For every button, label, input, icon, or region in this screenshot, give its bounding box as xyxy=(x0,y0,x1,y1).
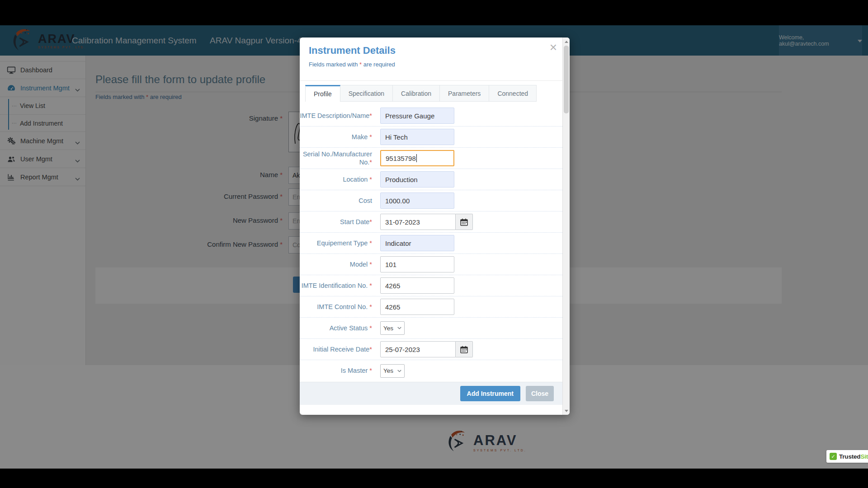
required-asterisk: * xyxy=(369,367,372,374)
field-row-imte-description-name: IMTE Description/Name*Pressure Gauge xyxy=(300,105,562,127)
scrollbar-thumb[interactable] xyxy=(564,46,569,113)
required-asterisk: * xyxy=(369,282,372,289)
field-row-cost: Cost1000.00 xyxy=(300,190,562,211)
tab-parameters[interactable]: Parameters xyxy=(440,85,489,102)
required-asterisk: * xyxy=(369,303,372,310)
modal-form: IMTE Description/Name*Pressure GaugeMake… xyxy=(300,105,562,381)
tab-connected[interactable]: Connected xyxy=(489,85,537,102)
make-input[interactable]: Hi Tech xyxy=(380,129,454,145)
field-row-active-status: Active Status *Yes xyxy=(300,318,562,339)
make-label: Make * xyxy=(300,133,372,141)
text-cursor xyxy=(416,154,417,162)
scroll-down-icon[interactable] xyxy=(563,407,570,414)
imte-control-no-label: IMTE Control No. * xyxy=(300,303,372,311)
modal-required-note: Fields marked with * are required xyxy=(309,61,395,68)
trustedsite-badge[interactable]: ✓ TrustedSite ® xyxy=(826,450,868,463)
site-text: Site xyxy=(860,453,868,460)
close-button[interactable]: Close xyxy=(526,386,554,401)
required-asterisk: * xyxy=(369,261,372,268)
chevron-down-icon xyxy=(397,327,401,329)
tab-profile[interactable]: Profile xyxy=(305,85,340,102)
required-asterisk: * xyxy=(369,218,372,225)
location-label: Location * xyxy=(300,175,372,183)
start-date-group: 31-07-2023 xyxy=(380,214,473,230)
required-asterisk: * xyxy=(369,176,372,183)
input-value: Production xyxy=(385,176,418,183)
select-value: Yes xyxy=(383,325,393,332)
required-asterisk: * xyxy=(369,324,372,332)
field-row-equipement-type: Equipement Type *Indicator xyxy=(300,233,562,254)
calendar-button[interactable] xyxy=(456,214,473,230)
field-row-imte-identification-no: IMTE Identification No. *4265 xyxy=(300,275,562,296)
required-asterisk: * xyxy=(359,61,362,68)
serial-no-manufacturer-no-input[interactable]: 95135798 xyxy=(380,150,454,166)
initial-receive-date-label: Initial Receive Date* xyxy=(300,345,372,353)
input-value: 1000.00 xyxy=(385,197,410,205)
equipement-type-label: Equipement Type * xyxy=(300,239,372,247)
screen: ARAV SYSTEMS PVT. LTD. Calibration Manag… xyxy=(0,0,868,488)
input-value: 4265 xyxy=(385,282,400,290)
modal-footer: Add Instrument Close xyxy=(300,382,562,405)
initial-receive-date-input[interactable]: 25-07-2023 xyxy=(380,341,456,357)
tab-calibration[interactable]: Calibration xyxy=(393,85,440,102)
select-value: Yes xyxy=(383,367,393,374)
location-input[interactable]: Production xyxy=(380,171,454,188)
cost-label: Cost xyxy=(300,197,372,205)
is-master-select[interactable]: Yes xyxy=(380,364,405,378)
start-date-label: Start Date* xyxy=(300,218,372,226)
field-row-imte-control-no: IMTE Control No. *4265 xyxy=(300,296,562,318)
initial-receive-date-group: 25-07-2023 xyxy=(380,341,473,357)
field-row-model: Model *101 xyxy=(300,254,562,275)
trusted-text: Trusted xyxy=(839,453,860,460)
field-row-make: Make *Hi Tech xyxy=(300,127,562,148)
model-label: Model * xyxy=(300,260,372,268)
tab-specification[interactable]: Specification xyxy=(340,85,393,102)
required-asterisk: * xyxy=(369,133,372,141)
modal-title: Instrument Details xyxy=(309,45,396,56)
start-date-input[interactable]: 31-07-2023 xyxy=(380,214,456,230)
model-input[interactable]: 101 xyxy=(380,256,454,272)
required-asterisk: * xyxy=(369,239,372,247)
is-master-label: Is Master * xyxy=(300,366,372,375)
input-value: 95135798 xyxy=(386,155,416,162)
input-value: Indicator xyxy=(385,239,411,247)
calendar-button[interactable] xyxy=(456,341,473,357)
field-row-is-master: Is Master *Yes xyxy=(300,360,562,381)
serial-no-manufacturer-no-label: Serial No./Manufacturer No.* xyxy=(300,150,372,166)
add-instrument-button[interactable]: Add Instrument xyxy=(460,386,520,401)
input-value: Hi Tech xyxy=(385,133,408,141)
instrument-details-modal: × Instrument Details Fields marked with … xyxy=(300,38,570,415)
imte-control-no-input[interactable]: 4265 xyxy=(380,299,454,315)
modal-close-icon[interactable]: × xyxy=(550,41,557,54)
modal-divider xyxy=(300,80,562,81)
cost-input[interactable]: 1000.00 xyxy=(380,192,454,209)
scroll-up-icon[interactable] xyxy=(563,38,570,45)
field-row-location: Location *Production xyxy=(300,169,562,190)
required-asterisk: * xyxy=(369,112,372,119)
input-value: 4265 xyxy=(385,303,400,311)
active-status-select[interactable]: Yes xyxy=(380,321,405,335)
input-value: 31-07-2023 xyxy=(385,218,420,226)
input-value: Pressure Gauge xyxy=(385,112,434,120)
calendar-icon xyxy=(460,346,468,353)
check-icon: ✓ xyxy=(830,453,837,460)
field-row-start-date: Start Date*31-07-2023 xyxy=(300,211,562,233)
input-value: 101 xyxy=(385,261,396,268)
active-status-label: Active Status * xyxy=(300,324,372,332)
required-asterisk: * xyxy=(369,346,372,353)
imte-description-name-label: IMTE Description/Name* xyxy=(300,112,372,120)
equipement-type-input[interactable]: Indicator xyxy=(380,235,454,251)
field-row-serial-no-manufacturer-no: Serial No./Manufacturer No.*95135798 xyxy=(300,148,562,169)
input-value: 25-07-2023 xyxy=(385,346,420,353)
required-asterisk: * xyxy=(369,159,372,166)
chevron-down-icon xyxy=(397,370,401,372)
modal-scrollbar[interactable] xyxy=(562,38,570,415)
imte-identification-no-input[interactable]: 4265 xyxy=(380,277,454,294)
modal-tabs: ProfileSpecificationCalibrationParameter… xyxy=(305,85,537,102)
calendar-icon xyxy=(460,218,468,226)
imte-identification-no-label: IMTE Identification No. * xyxy=(300,282,372,290)
imte-description-name-input[interactable]: Pressure Gauge xyxy=(380,108,454,124)
field-row-initial-receive-date: Initial Receive Date*25-07-2023 xyxy=(300,339,562,360)
